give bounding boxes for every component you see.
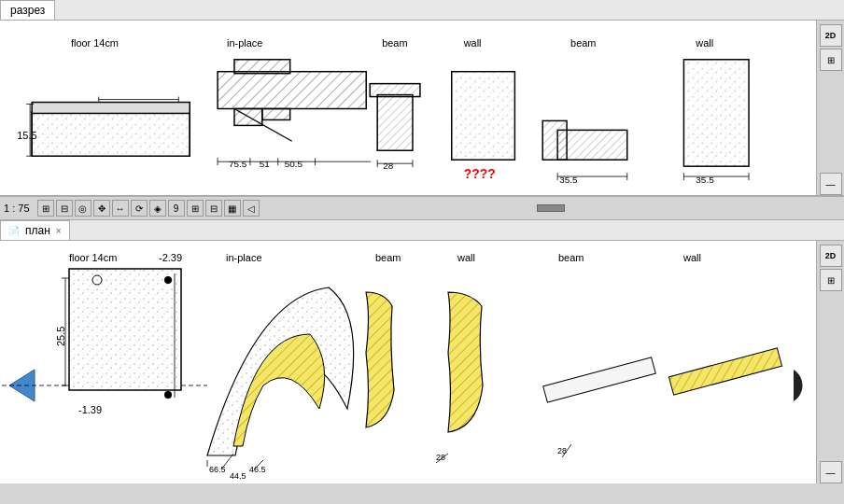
view-btn-top[interactable]: ⊞ (820, 49, 842, 71)
beam1-label-top: beam (382, 37, 407, 49)
settings-btn-top[interactable]: — (820, 173, 842, 195)
top-tab-bar: разрез (0, 0, 844, 21)
dim-unknown: ???? (464, 166, 496, 181)
bottom-drawing-svg: floor 14cm -2.39 25.5 -1.39 in-place (0, 241, 816, 483)
elev-2-39: -2.39 (159, 252, 182, 263)
arrow-icon-top: — (826, 179, 836, 189)
toolbar-btn-8[interactable]: 9 (168, 200, 185, 217)
svg-rect-21 (262, 108, 290, 119)
bottom-drawing-area: floor 14cm -2.39 25.5 -1.39 in-place (0, 241, 844, 483)
svg-rect-62 (543, 357, 656, 402)
bottom-tab-bar: 📄 план × (0, 220, 844, 241)
dim-44-5: 44.5 (230, 471, 246, 481)
2d-icon-bottom: 2D (825, 251, 837, 260)
dim-28-bottom-left: 28 (436, 453, 445, 462)
right-arrow (794, 370, 802, 401)
toolbar-btn-7[interactable]: ◈ (149, 200, 166, 217)
toolbar: 1 : 75 ⊞ ⊟ ◎ ✥ ↔ ⟳ ◈ 9 ⊞ ⊟ ▦ ◁ (0, 196, 844, 220)
toolbar-btn-3[interactable]: ◎ (75, 200, 91, 217)
tab-close-btn[interactable]: × (56, 226, 62, 236)
wall1-label-bottom: wall (457, 252, 475, 263)
toolbar-btn-4[interactable]: ✥ (93, 200, 110, 217)
svg-rect-33 (452, 72, 515, 160)
toolbar-btn-2[interactable]: ⊟ (56, 200, 73, 217)
toolbar-btn-12[interactable]: ◁ (243, 200, 260, 217)
beam1-label-bottom: beam (375, 252, 401, 263)
floor-label-top: floor 14cm (71, 37, 119, 49)
floor-label-bottom: floor 14cm (69, 252, 117, 263)
elev-1-39: -1.39 (78, 404, 102, 415)
svg-rect-35 (542, 120, 567, 160)
tab-razrez-label: разрез (10, 4, 45, 17)
top-drawing-area: floor 14cm -1.68 15.5 in-place (0, 21, 844, 195)
svg-rect-64 (668, 348, 781, 395)
2d-icon: 2D (825, 31, 837, 40)
top-panel: разрез (0, 0, 844, 196)
toolbar-btn-1[interactable]: ⊞ (37, 200, 54, 217)
svg-rect-39 (683, 60, 749, 166)
svg-point-55 (164, 276, 172, 284)
svg-rect-9 (32, 103, 190, 114)
svg-rect-50 (69, 269, 181, 390)
dim-75-5: 75.5 (229, 159, 247, 169)
toolbar-btn-6[interactable]: ⟳ (131, 200, 148, 217)
dim-66-5: 66.5 (209, 465, 226, 474)
wall2-label-bottom: wall (682, 252, 701, 263)
tab-plan-label: план (25, 224, 50, 237)
svg-rect-19 (234, 60, 290, 74)
top-drawing-svg: floor 14cm -1.68 15.5 in-place (0, 21, 816, 195)
plan-icon: 📄 (8, 226, 20, 236)
grid-icon-bottom: ⊞ (827, 275, 835, 286)
bottom-panel: 📄 план × flo (0, 220, 844, 483)
arrow-icon-bottom: — (826, 468, 836, 478)
scroll-indicator (537, 204, 565, 212)
svg-rect-8 (32, 111, 190, 156)
toolbar-btn-9[interactable]: ⊞ (187, 200, 204, 217)
dim-28-bottom-right: 28 (557, 446, 567, 455)
dim-51: 51 (260, 159, 271, 169)
wall1-label-top: wall (463, 37, 482, 49)
settings-btn-bottom[interactable]: — (820, 461, 842, 483)
right-sidebar-bottom: 2D ⊞ — (816, 241, 844, 483)
2d-btn-bottom[interactable]: 2D (820, 245, 842, 267)
svg-rect-29 (370, 84, 420, 97)
view-btn-bottom[interactable]: ⊞ (820, 269, 842, 291)
dim-28-top: 28 (383, 161, 394, 171)
beam2-label-top: beam (570, 37, 596, 49)
view-icon: ⊞ (827, 55, 835, 65)
svg-rect-28 (377, 95, 413, 151)
scale-label: 1 : 75 (4, 203, 30, 214)
toolbar-btn-11[interactable]: ▦ (224, 200, 241, 217)
in-place-label-top: in-place (227, 37, 262, 49)
beam2-label-bottom: beam (558, 252, 584, 263)
svg-point-56 (164, 391, 172, 399)
wall2-label-top: wall (695, 37, 713, 49)
in-place-label-bottom: in-place (226, 252, 262, 263)
svg-rect-34 (557, 130, 627, 160)
toolbar-btn-10[interactable]: ⊟ (205, 200, 222, 217)
dim-25-5: 25.5 (55, 327, 66, 346)
svg-rect-18 (218, 72, 366, 109)
2d-btn-top[interactable]: 2D (820, 24, 842, 47)
tab-plan[interactable]: 📄 план × (0, 220, 70, 240)
right-sidebar-top: 2D ⊞ — (816, 21, 844, 195)
dim-50-5: 50.5 (285, 159, 303, 169)
tab-razrez[interactable]: разрез (0, 0, 55, 20)
toolbar-btn-5[interactable]: ↔ (112, 200, 129, 217)
